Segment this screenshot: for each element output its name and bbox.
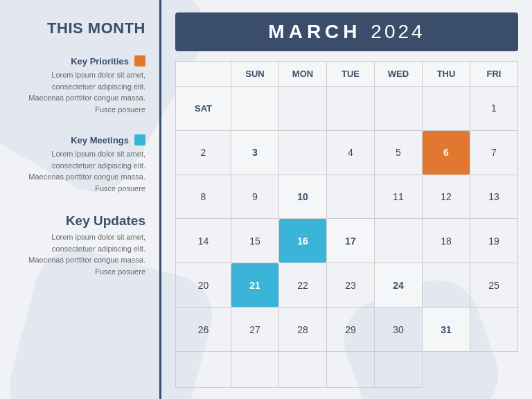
cal-day-w3-6: 23 <box>327 263 375 308</box>
cal-day-w0-0 <box>279 87 327 131</box>
cal-day-w0-1 <box>327 87 375 131</box>
cal-day-w2-1: 11 <box>375 175 423 220</box>
cal-day-w2-6-highlighted: 16 <box>279 219 327 263</box>
year-value: 2024 <box>371 21 425 42</box>
cal-day-w5-5 <box>375 352 423 388</box>
cal-day-w5-2 <box>231 352 279 388</box>
week-label-4: 24 <box>375 263 423 308</box>
cal-day-w1-5: 8 <box>176 175 231 220</box>
calendar-area: MARCH 2024 SUN MON TUE WED THU FRI SAT 1… <box>161 0 532 399</box>
meetings-text: Lorem ipsum dolor sit amet, consectetuer… <box>19 148 145 194</box>
calendar-grid: SUN MON TUE WED THU FRI SAT 1 2 3 4 5 6 … <box>175 61 518 388</box>
cal-day-w0-2 <box>375 87 423 131</box>
cal-day-w2-0 <box>327 175 375 220</box>
cal-day-w3-5: 22 <box>279 263 327 308</box>
cal-day-w3-4-highlighted: 21 <box>231 263 279 308</box>
cal-header-sun: SUN <box>231 62 279 87</box>
updates-title: Key Updates <box>19 213 145 229</box>
priorities-section: Key Priorities Lorem ipsum dolor sit ame… <box>19 55 145 115</box>
cal-day-w2-5: 15 <box>231 219 279 263</box>
cal-day-w3-2: 19 <box>470 219 518 263</box>
cal-day-w4-0 <box>423 263 470 308</box>
meetings-label-row: Key Meetings <box>19 134 145 145</box>
cal-day-w2-3: 13 <box>470 175 518 220</box>
cal-day-w1-6: 9 <box>231 175 279 220</box>
week-label-3: 17 <box>327 219 375 263</box>
cal-day-w3-1: 18 <box>423 219 470 263</box>
cal-header-blank <box>176 62 231 87</box>
cal-day-w4-6: 30 <box>375 308 423 352</box>
cal-day-w4-5: 29 <box>327 308 375 352</box>
cal-day-w5-0 <box>470 308 518 352</box>
month-year-label: MARCH 2024 <box>268 21 425 42</box>
cal-day-w4-3: 27 <box>231 308 279 352</box>
cal-header-wed: WED <box>375 62 423 87</box>
cal-day-w1-3-highlighted: 6 <box>423 131 470 175</box>
cal-day-w3-3: 20 <box>176 263 231 308</box>
cal-day-w1-4: 7 <box>470 131 518 175</box>
priorities-color-indicator <box>134 55 145 66</box>
cal-day-w0-5: 2 <box>176 131 231 175</box>
meetings-color-indicator <box>134 134 145 145</box>
cal-day-w2-2: 12 <box>423 175 470 220</box>
cal-day-w5-4 <box>327 352 375 388</box>
cal-header-thu: THU <box>423 62 470 87</box>
cal-day-w1-0 <box>279 131 327 175</box>
cal-day-w3-0 <box>375 219 423 263</box>
cal-day-w0-3 <box>423 87 470 131</box>
priorities-label-row: Key Priorities <box>19 55 145 66</box>
cal-day-w4-2: 26 <box>176 308 231 352</box>
meetings-section: Key Meetings Lorem ipsum dolor sit amet,… <box>19 134 145 194</box>
cal-day-w1-1: 4 <box>327 131 375 175</box>
cal-day-w5-3 <box>279 352 327 388</box>
priorities-text: Lorem ipsum dolor sit amet, consectetuer… <box>19 69 145 115</box>
main-container: THIS MONTH Key Priorities Lorem ipsum do… <box>0 0 532 399</box>
cal-day-w1-2: 5 <box>375 131 423 175</box>
cal-header-sat: SAT <box>176 87 231 131</box>
updates-section: Key Updates Lorem ipsum dolor sit amet, … <box>19 213 145 277</box>
cal-header-tue: TUE <box>327 62 375 87</box>
month-label: MARCH <box>268 21 361 42</box>
week-label-1: 3 <box>231 131 279 175</box>
cal-day-w5-1 <box>176 352 231 388</box>
sidebar: THIS MONTH Key Priorities Lorem ipsum do… <box>0 0 159 399</box>
week-label-2: 10 <box>279 175 327 220</box>
cal-header-mon: MON <box>279 62 327 87</box>
priorities-label-text: Key Priorities <box>71 56 129 66</box>
cal-day-w2-4: 14 <box>176 219 231 263</box>
week-label-5: 31 <box>423 308 470 352</box>
week-label-0 <box>231 87 279 131</box>
meetings-label-text: Key Meetings <box>71 135 129 145</box>
cal-header-fri: FRI <box>470 62 518 87</box>
sidebar-title: THIS MONTH <box>19 19 145 37</box>
updates-text: Lorem ipsum dolor sit amet, consectetuer… <box>19 231 145 277</box>
cal-day-w0-4: 1 <box>470 87 518 131</box>
month-header: MARCH 2024 <box>175 12 518 51</box>
cal-day-w4-4: 28 <box>279 308 327 352</box>
cal-day-w4-1: 25 <box>470 263 518 308</box>
